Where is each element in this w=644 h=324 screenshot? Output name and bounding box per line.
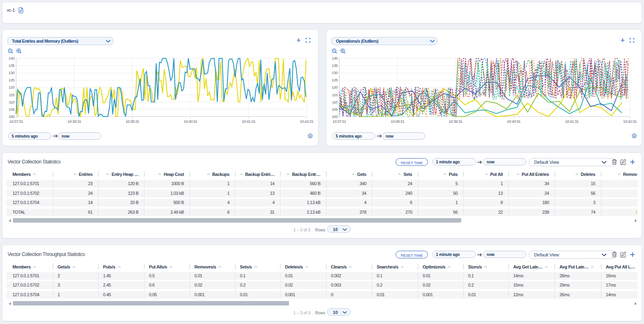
svg-text:135: 135 xyxy=(332,63,338,68)
svg-text:10:42:31: 10:42:31 xyxy=(300,119,314,124)
svg-text:115: 115 xyxy=(332,93,338,97)
svg-text:120: 120 xyxy=(332,85,338,89)
svg-text:130: 130 xyxy=(8,70,14,75)
svg-text:10:39:31: 10:39:31 xyxy=(449,119,462,124)
svg-text:10:41:31: 10:41:31 xyxy=(242,119,256,124)
svg-text:120: 120 xyxy=(8,85,14,89)
svg-text:135: 135 xyxy=(8,63,14,68)
svg-text:10:37:31: 10:37:31 xyxy=(332,119,346,124)
svg-text:10:38:31: 10:38:31 xyxy=(68,119,81,124)
svg-text:105: 105 xyxy=(332,107,338,111)
svg-text:10:41:31: 10:41:31 xyxy=(565,119,579,124)
svg-text:115: 115 xyxy=(9,93,14,97)
svg-text:110: 110 xyxy=(332,100,338,104)
svg-text:140: 140 xyxy=(8,56,14,60)
svg-text:10:38:31: 10:38:31 xyxy=(391,119,405,124)
svg-text:130: 130 xyxy=(332,70,338,75)
svg-text:105: 105 xyxy=(8,107,14,111)
svg-text:100: 100 xyxy=(332,114,338,119)
svg-text:125: 125 xyxy=(8,78,14,82)
svg-text:125: 125 xyxy=(332,78,338,82)
svg-text:10:40:31: 10:40:31 xyxy=(507,119,520,124)
svg-text:140: 140 xyxy=(332,56,338,60)
svg-text:110: 110 xyxy=(9,100,14,104)
svg-text:10:42:31: 10:42:31 xyxy=(623,119,637,124)
svg-text:10:37:31: 10:37:31 xyxy=(9,119,23,124)
svg-text:10:40:31: 10:40:31 xyxy=(184,119,197,124)
svg-text:100: 100 xyxy=(8,114,14,119)
svg-text:10:39:31: 10:39:31 xyxy=(126,119,139,124)
